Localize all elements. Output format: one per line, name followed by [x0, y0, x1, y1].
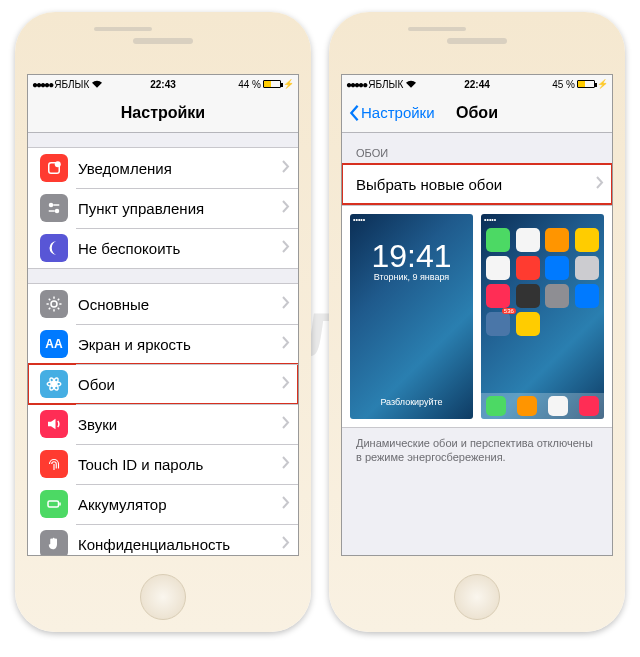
row-label: Не беспокоить [78, 240, 282, 257]
row-battery[interactable]: Аккумулятор [28, 484, 298, 524]
row-label: Уведомления [78, 160, 282, 177]
app-icon [575, 228, 599, 252]
row-label: Обои [78, 376, 282, 393]
homescreen-preview[interactable]: ••••• 536 [481, 214, 604, 419]
lock-unlock-label: Разблокируйте [350, 397, 473, 407]
row-general[interactable]: Основные [28, 284, 298, 324]
lock-date: Вторник, 9 января [350, 272, 473, 282]
row-label: Основные [78, 296, 282, 313]
gear-icon [40, 290, 68, 318]
svg-rect-12 [59, 503, 61, 506]
status-bar: ●●●●● ЯБЛЫК 22:43 44 % ⚡ [28, 75, 298, 93]
screen-wallpaper: ●●●●● ЯБЛЫК 22:44 45 % ⚡ Настройки Обои … [341, 74, 613, 556]
row-choose-wallpaper[interactable]: Выбрать новые обои [342, 164, 612, 204]
wifi-icon [92, 79, 102, 90]
clock: 22:44 [464, 79, 490, 90]
page-title: Обои [456, 104, 498, 122]
signal-dots-icon: ●●●●● [32, 79, 54, 90]
svg-rect-3 [53, 204, 59, 206]
settings-group-1: Уведомления Пункт управления Не беспокои… [28, 147, 298, 269]
chevron-right-icon [282, 415, 290, 433]
app-icon [516, 312, 540, 336]
chevron-right-icon [282, 495, 290, 513]
lockscreen-preview[interactable]: ••••• 19:41 Вторник, 9 января Разблокиру… [350, 214, 473, 419]
row-touch-id[interactable]: Touch ID и пароль [28, 444, 298, 484]
row-label: Экран и яркость [78, 336, 282, 353]
back-button[interactable]: Настройки [348, 104, 435, 122]
sliders-icon [40, 194, 68, 222]
row-privacy[interactable]: Конфиденциальность [28, 524, 298, 556]
battery-icon [577, 80, 595, 88]
app-icon [516, 256, 540, 280]
svg-point-6 [51, 301, 57, 307]
app-icon: 536 [486, 312, 510, 336]
app-icon [575, 256, 599, 280]
row-label: Пункт управления [78, 200, 282, 217]
chevron-left-icon [348, 104, 360, 122]
lock-time: 19:41 [350, 238, 473, 275]
battery-row-icon [40, 490, 68, 518]
hand-icon [40, 530, 68, 556]
row-label: Touch ID и пароль [78, 456, 282, 473]
chevron-right-icon [282, 535, 290, 553]
app-icon [545, 228, 569, 252]
app-icon [545, 284, 569, 308]
svg-point-2 [49, 203, 54, 208]
chevron-right-icon [596, 175, 604, 193]
app-icon [486, 284, 510, 308]
navbar: Настройки Обои [342, 93, 612, 133]
screen-settings: ●●●●● ЯБЛЫК 22:43 44 % ⚡ Настройки Уведо… [27, 74, 299, 556]
signal-dots-icon: ••••• [484, 216, 496, 223]
app-icon [516, 228, 540, 252]
chevron-right-icon [282, 375, 290, 393]
aa-icon: AA [40, 330, 68, 358]
chevron-right-icon [282, 335, 290, 353]
svg-rect-11 [48, 501, 59, 507]
charging-icon: ⚡ [597, 79, 608, 89]
app-icon [545, 256, 569, 280]
wallpaper-previews: ••••• 19:41 Вторник, 9 января Разблокиру… [342, 205, 612, 428]
home-button[interactable] [140, 574, 186, 620]
carrier-label: ЯБЛЫК [368, 79, 403, 90]
section-header: ОБОИ [342, 147, 612, 163]
app-icon [575, 284, 599, 308]
signal-dots-icon: ••••• [353, 216, 365, 223]
chevron-right-icon [282, 199, 290, 217]
row-label: Аккумулятор [78, 496, 282, 513]
dock-app-icon [517, 396, 537, 416]
badge: 536 [502, 308, 516, 314]
battery-percent: 44 % [238, 79, 261, 90]
notifications-icon [40, 154, 68, 182]
charging-icon: ⚡ [283, 79, 294, 89]
row-dnd[interactable]: Не беспокоить [28, 228, 298, 268]
row-display[interactable]: AA Экран и яркость [28, 324, 298, 364]
row-notifications[interactable]: Уведомления [28, 148, 298, 188]
page-title: Настройки [121, 104, 205, 122]
app-icon [486, 228, 510, 252]
flower-icon [40, 370, 68, 398]
row-label: Выбрать новые обои [356, 176, 596, 193]
wifi-icon [406, 79, 416, 90]
home-button[interactable] [454, 574, 500, 620]
back-label: Настройки [361, 104, 435, 121]
chevron-right-icon [282, 159, 290, 177]
chevron-right-icon [282, 455, 290, 473]
dock-app-icon [548, 396, 568, 416]
row-label: Звуки [78, 416, 282, 433]
svg-rect-5 [49, 210, 55, 212]
row-wallpaper[interactable]: Обои [28, 364, 298, 404]
app-icon [516, 284, 540, 308]
clock: 22:43 [150, 79, 176, 90]
row-sounds[interactable]: Звуки [28, 404, 298, 444]
status-bar: ●●●●● ЯБЛЫК 22:44 45 % ⚡ [342, 75, 612, 93]
iphone-right: ●●●●● ЯБЛЫК 22:44 45 % ⚡ Настройки Обои … [329, 12, 625, 632]
fingerprint-icon [40, 450, 68, 478]
settings-group-2: Основные AA Экран и яркость Обои Звуки [28, 283, 298, 556]
dock-app-icon [579, 396, 599, 416]
chevron-right-icon [282, 239, 290, 257]
navbar: Настройки [28, 93, 298, 133]
iphone-left: ●●●●● ЯБЛЫК 22:43 44 % ⚡ Настройки Уведо… [15, 12, 311, 632]
row-control-center[interactable]: Пункт управления [28, 188, 298, 228]
signal-dots-icon: ●●●●● [346, 79, 368, 90]
app-icon [486, 256, 510, 280]
